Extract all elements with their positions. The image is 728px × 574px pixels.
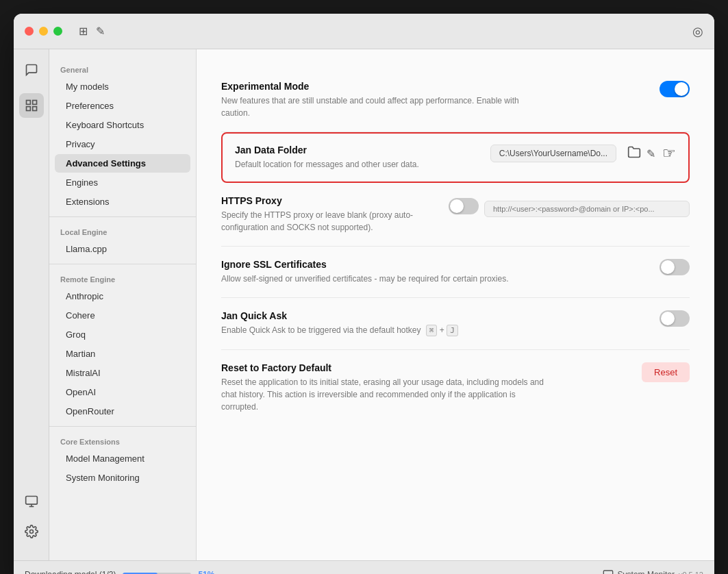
palette-icon[interactable]: ◎ (692, 24, 703, 39)
https-proxy-title: HTTPS Proxy (221, 195, 435, 206)
ignore-ssl-toggle-knob (661, 260, 675, 274)
factory-reset-row: Reset to Factory Default Reset the appli… (221, 350, 690, 425)
https-proxy-desc: Specify the HTTPS proxy or leave blank (… (221, 209, 435, 234)
factory-reset-info: Reset to Factory Default Reset the appli… (221, 362, 628, 413)
settings-icon[interactable] (19, 519, 44, 544)
grid-icon[interactable]: ⊞ (79, 25, 88, 38)
quick-ask-desc: Enable Quick Ask to be triggered via the… (221, 324, 550, 337)
https-proxy-toggle-knob (450, 199, 464, 213)
experimental-mode-title: Experimental Mode (221, 81, 646, 92)
app-window: ⊞ ✎ ◎ (14, 14, 714, 574)
quick-ask-toggle-knob (661, 312, 675, 325)
sidebar-divider-3 (49, 426, 196, 427)
factory-reset-control: Reset (642, 362, 690, 382)
ignore-ssl-control (660, 259, 690, 275)
folder-path: C:\Users\YourUsername\Do... (490, 145, 616, 162)
sidebar-item-model-management[interactable]: Model Management (55, 449, 190, 468)
ignore-ssl-toggle[interactable] (660, 259, 690, 275)
https-proxy-control (449, 195, 690, 217)
svg-point-7 (29, 530, 33, 534)
factory-reset-desc: Reset the application to its initial sta… (221, 376, 550, 413)
jan-data-folder-title: Jan Data Folder (235, 145, 490, 155)
cursor-hand-icon: ☞ (662, 145, 676, 162)
jan-data-folder-info: Jan Data Folder Default location for mes… (235, 145, 490, 171)
main-content: General My models Preferences Keyboard S… (14, 49, 714, 560)
https-proxy-info: HTTPS Proxy Specify the HTTPS proxy or l… (221, 195, 435, 234)
settings-panel: Experimental Mode New features that are … (197, 49, 714, 560)
sidebar-item-my-models[interactable]: My models (55, 77, 190, 96)
hotkey-j: J (447, 325, 458, 336)
svg-rect-0 (26, 101, 30, 105)
quick-ask-row: Jan Quick Ask Enable Quick Ask to be tri… (221, 298, 690, 350)
icon-rail (14, 49, 49, 560)
quick-ask-control (660, 310, 690, 327)
svg-rect-2 (32, 107, 36, 111)
https-proxy-toggle[interactable] (449, 198, 479, 214)
local-engine-section-label: Local Engine (49, 223, 196, 239)
sidebar-item-anthropic[interactable]: Anthropic (55, 287, 190, 305)
chat-icon[interactable] (19, 58, 44, 82)
sidebar-item-openai[interactable]: OpenAI (55, 383, 190, 401)
close-button[interactable] (25, 27, 34, 36)
system-monitor-label[interactable]: System Monitor (618, 570, 675, 575)
quick-ask-title: Jan Quick Ask (221, 310, 646, 321)
open-folder-icon[interactable] (627, 145, 641, 162)
sidebar-item-engines[interactable]: Engines (55, 173, 190, 192)
ignore-ssl-title: Ignore SSL Certificates (221, 259, 646, 270)
sidebar-item-martian[interactable]: Martian (55, 345, 190, 363)
sidebar-item-mistralai[interactable]: MistralAI (55, 364, 190, 382)
sidebar-item-system-monitoring[interactable]: System Monitoring (55, 469, 190, 487)
sidebar-item-extensions[interactable]: Extensions (55, 192, 190, 211)
experimental-mode-row: Experimental Mode New features that are … (221, 68, 690, 132)
svg-rect-3 (26, 107, 30, 111)
proxy-input-field[interactable] (484, 201, 690, 217)
factory-reset-title: Reset to Factory Default (221, 362, 628, 373)
svg-rect-8 (603, 571, 612, 575)
ignore-ssl-info: Ignore SSL Certificates Allow self-signe… (221, 259, 646, 285)
sidebar-item-cohere[interactable]: Cohere (55, 306, 190, 325)
sidebar-item-openrouter[interactable]: OpenRouter (55, 402, 190, 421)
sidebar: General My models Preferences Keyboard S… (49, 49, 197, 560)
sidebar-item-keyboard-shortcuts[interactable]: Keyboard Shortcuts (55, 116, 190, 134)
jan-data-folder-row: Jan Data Folder Default location for mes… (221, 132, 690, 183)
sidebar-item-preferences[interactable]: Preferences (55, 97, 190, 115)
experimental-mode-control (660, 81, 690, 97)
experimental-mode-toggle-knob (675, 82, 688, 96)
general-section-label: General (49, 60, 196, 77)
quick-ask-toggle[interactable] (660, 310, 690, 327)
jan-data-folder-control: C:\Users\YourUsername\Do... ✎ ☞ (490, 145, 676, 162)
ignore-ssl-row: Ignore SSL Certificates Allow self-signe… (221, 247, 690, 298)
ignore-ssl-desc: Allow self-signed or unverified certific… (221, 273, 550, 285)
svg-rect-4 (25, 497, 37, 505)
experimental-mode-info: Experimental Mode New features that are … (221, 81, 646, 119)
svg-rect-1 (32, 101, 36, 105)
remote-engine-section-label: Remote Engine (49, 270, 196, 286)
core-extensions-section-label: Core Extensions (49, 432, 196, 449)
fullscreen-button[interactable] (53, 27, 62, 36)
download-label: Downloading model (1/3) (25, 570, 116, 575)
jan-data-folder-desc: Default location for messages and other … (235, 158, 490, 171)
sidebar-item-privacy[interactable]: Privacy (55, 135, 190, 153)
https-proxy-row: HTTPS Proxy Specify the HTTPS proxy or l… (221, 183, 690, 247)
sidebar-item-llama-cpp[interactable]: Llama.cpp (55, 240, 190, 258)
hotkey-badge: ⌘ (426, 325, 438, 336)
edit-folder-icon[interactable]: ✎ (647, 147, 655, 160)
bottom-right: System Monitor v0.5.12 (603, 569, 703, 575)
sidebar-divider-1 (49, 216, 196, 217)
experimental-mode-desc: New features that are still unstable and… (221, 95, 550, 119)
version-label: v0.5.12 (679, 571, 703, 575)
quick-ask-info: Jan Quick Ask Enable Quick Ask to be tri… (221, 310, 646, 337)
reset-button[interactable]: Reset (642, 362, 690, 382)
minimize-button[interactable] (39, 27, 48, 36)
progress-percent: 51% (198, 570, 214, 575)
sidebar-divider-2 (49, 264, 196, 264)
monitor-small-icon (603, 569, 614, 575)
sidebar-item-groq[interactable]: Groq (55, 325, 190, 344)
experimental-mode-toggle[interactable] (660, 81, 690, 97)
sidebar-item-advanced-settings[interactable]: Advanced Settings (55, 154, 190, 173)
bottom-bar: Downloading model (1/3) 51% System Monit… (14, 560, 714, 574)
monitor-icon[interactable] (19, 489, 44, 514)
grid-apps-icon[interactable] (19, 93, 44, 118)
folder-action-icons: ✎ ☞ (627, 145, 676, 162)
edit-icon[interactable]: ✎ (96, 25, 105, 38)
